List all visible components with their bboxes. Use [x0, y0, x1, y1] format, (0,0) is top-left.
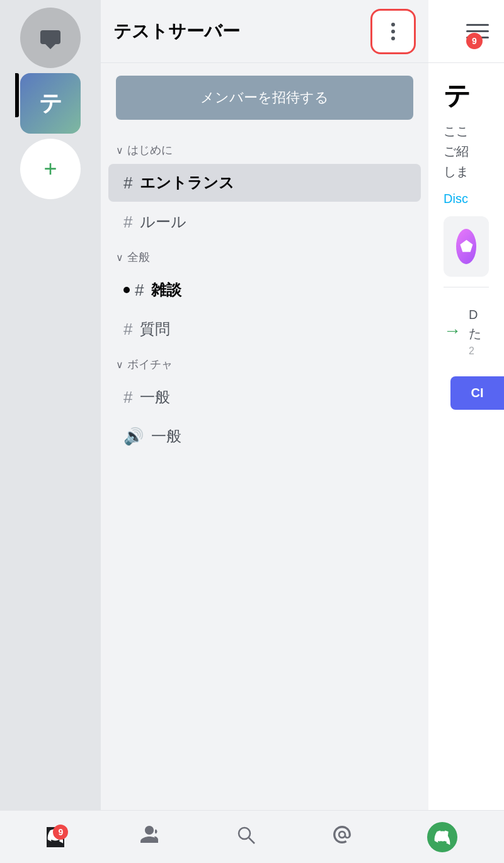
channel-voice-label: 一般	[151, 426, 181, 446]
channel-voice-general[interactable]: 🔊 一般	[108, 417, 421, 455]
category-general[interactable]: ∨ 全般	[101, 242, 428, 270]
channel-entrance-label: エントランス	[140, 173, 234, 193]
search-icon	[234, 823, 257, 851]
channel-chat-label: 雑談	[151, 280, 181, 300]
desc-line1: ここ	[444, 124, 469, 138]
home-server-icon[interactable]	[20, 8, 81, 68]
main-body: テ ここ ご紹 しま Disc ⬟ → Dた 2	[428, 63, 504, 810]
channel-question[interactable]: # 質問	[108, 310, 421, 348]
hash-icon: #	[123, 320, 132, 339]
discord-link[interactable]: Disc	[444, 192, 468, 206]
ci-badge: CI	[450, 376, 504, 410]
nav-home[interactable]: 9	[34, 822, 77, 852]
invite-member-button[interactable]: メンバーを招待する	[116, 76, 413, 120]
at-icon	[331, 823, 353, 851]
selected-indicator	[15, 73, 19, 117]
boost-widget: ⬟	[444, 216, 489, 277]
sidebar-header: テストサーバー	[101, 0, 428, 63]
desc-line2: ご紹	[444, 144, 469, 158]
nav-discord[interactable]	[415, 817, 470, 857]
server-description: ここ ご紹 しま	[444, 121, 489, 182]
chevron-down-icon: ∨	[116, 252, 123, 264]
hash-icon: #	[123, 212, 132, 232]
svg-rect-0	[40, 30, 60, 44]
channel-question-label: 質問	[140, 319, 170, 339]
chevron-down-icon: ∨	[116, 359, 123, 371]
channel-rules[interactable]: # ルール	[108, 203, 421, 241]
svg-line-2	[249, 838, 255, 843]
activity-text: Dた	[469, 305, 481, 343]
channel-voice-text[interactable]: # 一般	[108, 378, 421, 416]
boost-icon: ⬟	[456, 229, 476, 264]
category-voice[interactable]: ∨ ボイチャ	[101, 349, 428, 377]
category-general-label: 全般	[127, 250, 150, 265]
nav-friends[interactable]	[125, 818, 173, 856]
activity-content: Dた 2	[469, 305, 481, 357]
three-dots-icon	[391, 23, 395, 40]
channel-chat[interactable]: # 雑談	[108, 271, 421, 309]
channel-list: ∨ はじめに # エントランス # ルール ∨ 全般 # 雑談 #	[101, 130, 428, 810]
bottom-nav: 9	[0, 810, 504, 863]
hash-icon: #	[123, 388, 132, 407]
nav-mention[interactable]	[318, 818, 366, 856]
channel-entrance[interactable]: # エントランス	[108, 164, 421, 202]
divider	[444, 287, 489, 287]
activity-item: → Dた 2	[444, 298, 489, 364]
main-server-name: テ	[444, 78, 489, 113]
te-server-icon[interactable]: テ	[20, 73, 81, 134]
channel-sidebar: テストサーバー メンバーを招待する ∨ はじめに # エントランス #	[101, 0, 428, 810]
discord-home-icon: 9	[47, 827, 64, 847]
more-options-button[interactable]	[370, 9, 416, 54]
boost-symbol: ⬟	[460, 238, 473, 255]
discord-icon	[427, 822, 457, 852]
desc-line3: しま	[444, 165, 469, 178]
speaker-icon: 🔊	[123, 427, 144, 446]
category-hajimeni-label: はじめに	[127, 142, 173, 158]
unread-dot	[123, 287, 130, 293]
category-voice-label: ボイチャ	[127, 357, 173, 372]
te-server-icon-wrapper: テ	[20, 73, 81, 134]
arrow-icon: →	[444, 321, 461, 341]
category-hajimeni[interactable]: ∨ はじめに	[101, 135, 428, 163]
main-header: 9	[428, 0, 504, 63]
notification-badge: 9	[466, 33, 483, 49]
te-label: テ	[39, 88, 62, 119]
svg-point-1	[239, 828, 250, 839]
server-list: テ +	[0, 0, 101, 810]
activity-time: 2	[469, 345, 481, 357]
server-name: テストサーバー	[113, 20, 370, 43]
plus-icon: +	[43, 156, 57, 182]
hash-icon: #	[123, 173, 132, 193]
nav-home-badge: 9	[53, 825, 68, 840]
hash-icon: #	[135, 281, 144, 300]
header-right: 9	[466, 24, 489, 38]
channel-general2-label: 一般	[140, 387, 170, 407]
chevron-down-icon: ∨	[116, 144, 123, 156]
channel-rules-label: ルール	[140, 212, 186, 232]
nav-search[interactable]	[222, 818, 270, 856]
add-server-button[interactable]: +	[20, 139, 81, 199]
main-content: 9 テ ここ ご紹 しま Disc ⬟ → Dた 2	[428, 0, 504, 810]
home-server-icon-wrapper	[20, 8, 81, 68]
friends-icon	[138, 823, 161, 851]
